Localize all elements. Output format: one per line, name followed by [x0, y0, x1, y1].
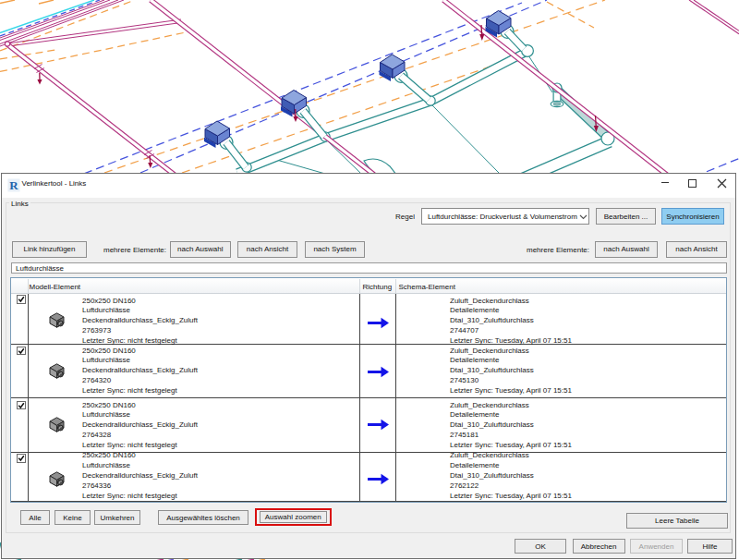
svg-text:R: R [9, 178, 18, 192]
